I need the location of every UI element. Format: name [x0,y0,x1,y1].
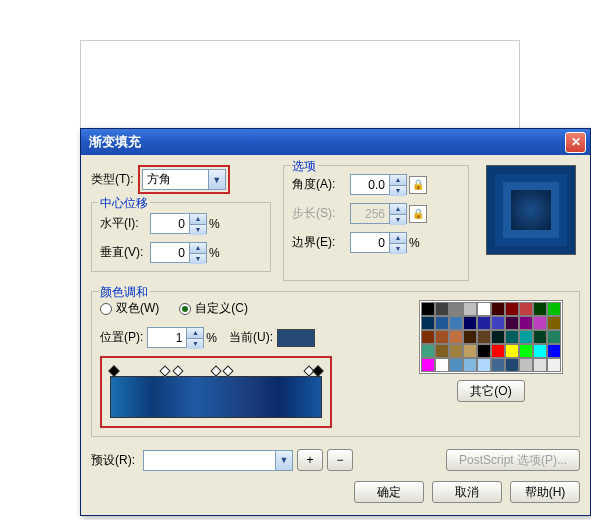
lock-icon[interactable]: 🔒 [409,176,427,194]
arrow-down-icon: ▼ [187,339,203,349]
palette-swatch[interactable] [547,316,561,330]
close-button[interactable]: ✕ [565,132,586,153]
palette-swatch[interactable] [477,330,491,344]
palette-swatch[interactable] [547,344,561,358]
angle-spinner[interactable]: 0.0 ▲▼ [350,174,407,195]
spinner-arrows[interactable]: ▲▼ [389,175,406,194]
palette-swatch[interactable] [463,302,477,316]
steps-label: 步长(S): [292,205,346,222]
preset-dropdown[interactable]: ▼ [143,450,293,471]
lock-icon[interactable]: 🔒 [409,205,427,223]
palette-swatch[interactable] [547,302,561,316]
palette-swatch[interactable] [505,316,519,330]
palette-swatch[interactable] [547,330,561,344]
current-color-swatch[interactable] [277,329,315,347]
color-palette[interactable] [419,300,563,374]
palette-swatch[interactable] [505,302,519,316]
palette-swatch[interactable] [449,330,463,344]
palette-swatch[interactable] [519,302,533,316]
palette-swatch[interactable] [477,358,491,372]
palette-swatch[interactable] [477,344,491,358]
center-offset-label: 中心位移 [98,195,150,212]
palette-swatch[interactable] [533,358,547,372]
gradient-marker[interactable] [159,365,170,376]
palette-swatch[interactable] [477,302,491,316]
palette-swatch[interactable] [519,330,533,344]
palette-swatch[interactable] [449,302,463,316]
titlebar[interactable]: 渐变填充 ✕ [81,129,590,155]
spinner-arrows[interactable]: ▲▼ [189,214,206,233]
palette-swatch[interactable] [505,344,519,358]
edgepad-spinner[interactable]: 0 ▲▼ [350,232,407,253]
preset-remove-button[interactable]: − [327,449,353,471]
position-label: 位置(P): [100,329,143,346]
two-color-radio[interactable]: 双色(W) [100,300,159,317]
palette-swatch[interactable] [449,358,463,372]
palette-swatch[interactable] [449,316,463,330]
position-spinner[interactable]: 1 ▲▼ [147,327,204,348]
spinner-arrows[interactable]: ▲▼ [389,233,406,252]
gradient-marker[interactable] [210,365,221,376]
palette-swatch[interactable] [421,344,435,358]
custom-radio[interactable]: 自定义(C) [179,300,248,317]
palette-swatch[interactable] [519,358,533,372]
palette-swatch[interactable] [519,344,533,358]
spinner-arrows[interactable]: ▲▼ [186,328,203,347]
palette-swatch[interactable] [477,316,491,330]
color-blend-label: 颜色调和 [98,284,150,301]
palette-swatch[interactable] [435,302,449,316]
palette-swatch[interactable] [421,330,435,344]
palette-swatch[interactable] [463,316,477,330]
type-label: 类型(T): [91,171,134,188]
arrow-up-icon: ▲ [190,243,206,254]
palette-swatch[interactable] [463,344,477,358]
palette-swatch[interactable] [435,358,449,372]
palette-swatch[interactable] [491,302,505,316]
palette-swatch[interactable] [463,358,477,372]
gradient-marker[interactable] [172,365,183,376]
palette-swatch[interactable] [463,330,477,344]
palette-swatch[interactable] [435,316,449,330]
horizontal-spinner[interactable]: 0 ▲▼ [150,213,207,234]
cancel-button[interactable]: 取消 [432,481,502,503]
preset-label: 预设(R): [91,452,135,469]
palette-swatch[interactable] [435,344,449,358]
preset-add-button[interactable]: + [297,449,323,471]
type-dropdown[interactable]: 方角 ▼ [142,169,226,190]
palette-swatch[interactable] [491,316,505,330]
gradient-bar[interactable] [110,376,322,418]
palette-swatch[interactable] [533,344,547,358]
palette-swatch[interactable] [491,344,505,358]
palette-swatch[interactable] [505,358,519,372]
help-button[interactable]: 帮助(H) [510,481,580,503]
spinner-arrows[interactable]: ▲▼ [189,243,206,262]
other-colors-button[interactable]: 其它(O) [457,380,524,402]
palette-swatch[interactable] [533,316,547,330]
palette-swatch[interactable] [491,330,505,344]
palette-swatch[interactable] [421,316,435,330]
vertical-spinner[interactable]: 0 ▲▼ [150,242,207,263]
gradient-marker[interactable] [312,365,323,376]
palette-swatch[interactable] [435,330,449,344]
gradient-marker[interactable] [108,365,119,376]
palette-swatch[interactable] [449,344,463,358]
palette-swatch[interactable] [505,330,519,344]
palette-swatch[interactable] [519,316,533,330]
percent-label: % [409,236,420,250]
ok-button[interactable]: 确定 [354,481,424,503]
palette-swatch[interactable] [533,302,547,316]
palette-swatch[interactable] [421,358,435,372]
palette-swatch[interactable] [547,358,561,372]
gradient-fill-dialog: 渐变填充 ✕ 类型(T): 方角 ▼ 中心位 [80,128,591,516]
color-blend-group: 颜色调和 双色(W) 自定义(C) 位置(P): 1 ▲▼ % 当前(U) [91,291,580,437]
palette-swatch[interactable] [533,330,547,344]
edgepad-label: 边界(E): [292,234,346,251]
current-label: 当前(U): [229,329,273,346]
arrow-up-icon: ▲ [390,175,406,186]
gradient-marker[interactable] [223,365,234,376]
options-label: 选项 [290,158,318,175]
palette-swatch[interactable] [421,302,435,316]
angle-label: 角度(A): [292,176,346,193]
gradient-top-markers[interactable] [110,366,322,376]
palette-swatch[interactable] [491,358,505,372]
